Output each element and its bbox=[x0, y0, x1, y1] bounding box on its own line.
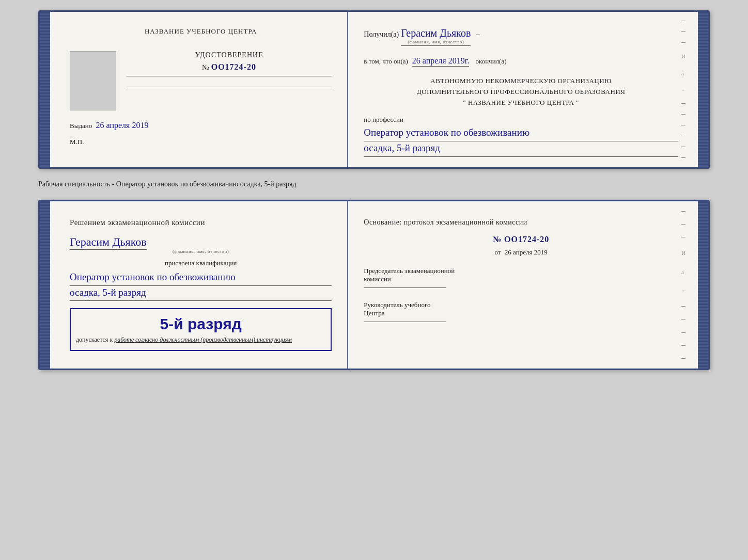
mp-label: М.П. bbox=[70, 138, 332, 146]
recipient-name-bottom: Герасим Дьяков (фамилия, имя, отчество) bbox=[70, 235, 332, 254]
qualification-value: Оператор установок по обезвоживанию осад… bbox=[70, 270, 332, 301]
rukovoditel-block: Руководитель учебного Центра bbox=[364, 301, 678, 322]
cert-line-2 bbox=[127, 87, 332, 87]
bottom-left-panel: Решением экзаменационной комиссии Гераси… bbox=[49, 201, 348, 369]
stamp-box: 5-й разряд допускается к работе согласно… bbox=[70, 308, 332, 351]
prof-line2: осадка, 5-й разряд bbox=[364, 141, 678, 157]
recipient-label-top: (фамилия, имя, отчество) bbox=[401, 39, 471, 44]
top-right-panel: Получил(а) Герасим Дьяков (фамилия, имя,… bbox=[348, 12, 699, 167]
photo-area: УДОСТОВЕРЕНИЕ № OO1724-20 bbox=[70, 51, 332, 110]
org-line1: АВТОНОМНУЮ НЕКОММЕРЧЕСКУЮ ОРГАНИЗАЦИЮ bbox=[364, 76, 678, 87]
qual-line1: Оператор установок по обезвоживанию bbox=[70, 270, 332, 286]
spine-right-bottom bbox=[699, 201, 708, 369]
spec-label: Рабочая специальность - Оператор установ… bbox=[38, 178, 710, 190]
spine-left bbox=[40, 12, 49, 167]
protocol-number: № OO1724-20 bbox=[364, 235, 678, 244]
page-wrapper: НАЗВАНИЕ УЧЕБНОГО ЦЕНТРА УДОСТОВЕРЕНИЕ №… bbox=[10, 10, 738, 370]
spine-left-bottom bbox=[40, 201, 49, 369]
vtom-row: в том, что он(а) 26 апреля 2019г. окончи… bbox=[364, 56, 678, 67]
training-center-title: НАЗВАНИЕ УЧЕБНОГО ЦЕНТРА bbox=[70, 27, 332, 36]
ot-prefix: от bbox=[495, 248, 501, 256]
number-prefix: № bbox=[202, 63, 209, 71]
vydano-row: Выдано 26 апреля 2019 bbox=[70, 121, 332, 130]
bottom-right-panel: Основание: протокол экзаменационной коми… bbox=[348, 201, 699, 369]
ot-row: от 26 апреля 2019 bbox=[364, 248, 678, 257]
vtom-label: в том, что он(а) bbox=[364, 57, 408, 66]
photo-placeholder bbox=[70, 51, 116, 110]
chairman-block: Председатель экзаменационной комиссии bbox=[364, 267, 678, 288]
recipient-name-top: Герасим Дьяков (фамилия, имя, отчество) bbox=[401, 27, 471, 46]
org-line3: " НАЗВАНИЕ УЧЕБНОГО ЦЕНТРА " bbox=[364, 98, 678, 108]
rukovoditel-line1: Руководитель учебного bbox=[364, 301, 678, 309]
prisvoena-text: присвоена квалификация bbox=[70, 259, 332, 267]
rukovoditel-sign-line bbox=[364, 322, 446, 322]
right-margin-deco: И а ← bbox=[681, 12, 688, 167]
cert-line-1 bbox=[127, 76, 332, 76]
poluchil-row: Получил(а) Герасим Дьяков (фамилия, имя,… bbox=[364, 27, 678, 46]
professiya-value: Оператор установок по обезвоживанию осад… bbox=[364, 126, 678, 156]
vydano-label: Выдано bbox=[70, 122, 92, 130]
recipient-bottom-wrapper: Герасим Дьяков (фамилия, имя, отчество) bbox=[70, 235, 332, 254]
vydano-date: 26 апреля 2019 bbox=[96, 121, 149, 130]
prof-line1: Оператор установок по обезвоживанию bbox=[364, 126, 678, 141]
stamp-rank: 5-й разряд bbox=[76, 315, 325, 333]
recipient-label-bottom: (фамилия, имя, отчество) bbox=[70, 249, 332, 254]
spine-right bbox=[699, 12, 708, 167]
cert-info: УДОСТОВЕРЕНИЕ № OO1724-20 bbox=[127, 51, 332, 91]
vtom-date: 26 апреля 2019г. bbox=[412, 56, 470, 67]
chairman-sign-line bbox=[364, 287, 446, 288]
org-block: АВТОНОМНУЮ НЕКОММЕРЧЕСКУЮ ОРГАНИЗАЦИЮ ДО… bbox=[364, 76, 678, 108]
bottom-certificate-card: Решением экзаменационной комиссии Гераси… bbox=[38, 200, 710, 371]
ot-date: 26 апреля 2019 bbox=[505, 248, 548, 256]
dash-top: – bbox=[476, 30, 479, 39]
cert-number: OO1724-20 bbox=[211, 62, 256, 71]
rukovoditel-line2: Центра bbox=[364, 309, 678, 317]
poluchil-label: Получил(а) bbox=[364, 30, 399, 39]
udostoverenie-label: УДОСТОВЕРЕНИЕ bbox=[127, 51, 332, 59]
predsedatel-line2: комиссии bbox=[364, 275, 678, 283]
professiya-label: по профессии bbox=[364, 116, 678, 124]
qual-line2: осадка, 5-й разряд bbox=[70, 286, 332, 301]
dopuskaetsya-text: допускается к работе согласно должностны… bbox=[76, 336, 325, 344]
top-left-panel: НАЗВАНИЕ УЧЕБНОГО ЦЕНТРА УДОСТОВЕРЕНИЕ №… bbox=[49, 12, 348, 167]
okonchil-label: окончил(а) bbox=[475, 57, 506, 66]
org-line2: ДОПОЛНИТЕЛЬНОГО ПРОФЕССИОНАЛЬНОГО ОБРАЗО… bbox=[364, 87, 678, 98]
resheniem-text: Решением экзаменационной комиссии bbox=[70, 217, 332, 229]
top-certificate-card: НАЗВАНИЕ УЧЕБНОГО ЦЕНТРА УДОСТОВЕРЕНИЕ №… bbox=[38, 10, 710, 169]
osnovanie-text: Основание: протокол экзаменационной коми… bbox=[364, 217, 678, 228]
dopusk-text: работе согласно должностным (производств… bbox=[114, 336, 292, 343]
predsedatel-line1: Председатель экзаменационной bbox=[364, 267, 678, 275]
right-margin-deco-bottom: И а ← bbox=[681, 201, 688, 369]
